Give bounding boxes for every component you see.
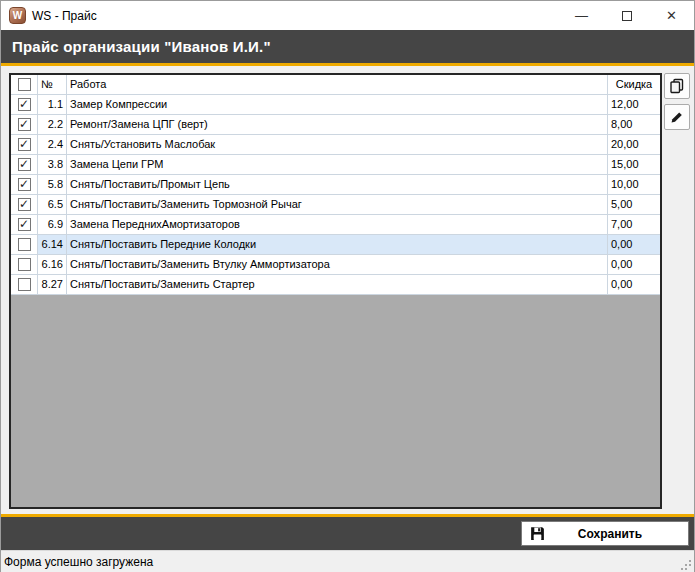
select-all-checkbox[interactable]	[18, 78, 31, 91]
row-checkbox-cell[interactable]: ✓	[11, 115, 38, 135]
row-number-cell: 1.1	[38, 95, 67, 115]
window-title: WS - Прайс	[32, 9, 97, 23]
row-discount-cell: 10,00	[608, 175, 660, 195]
save-button-label: Сохранить	[546, 527, 674, 541]
row-number-cell: 6.14	[38, 235, 67, 255]
row-checkbox[interactable]	[18, 278, 31, 291]
row-discount-cell: 12,00	[608, 95, 660, 115]
row-number-cell: 5.8	[38, 175, 67, 195]
minimize-button[interactable]: —	[559, 1, 604, 30]
row-number-cell: 6.16	[38, 255, 67, 275]
table-row[interactable]: ✓2.2Ремонт/Замена ЦПГ (верт)8,00	[11, 115, 660, 135]
row-checkbox[interactable]: ✓	[18, 158, 31, 171]
row-number-cell: 2.2	[38, 115, 67, 135]
row-checkbox[interactable]: ✓	[18, 198, 31, 211]
resize-grip-icon[interactable]	[689, 568, 691, 570]
status-bar: Форма успешно загружена	[1, 550, 694, 572]
table-row[interactable]: ✓5.8Снять/Поставить/Промыт Цепь10,00	[11, 175, 660, 195]
close-button[interactable]: ✕	[649, 1, 694, 30]
row-discount-cell: 0,00	[608, 275, 660, 295]
row-work-cell: Снять/Установить Маслобак	[67, 135, 608, 155]
pencil-icon	[669, 109, 685, 125]
row-discount-cell: 5,00	[608, 195, 660, 215]
row-work-cell: Снять/Поставить/Заменить Втулку Аммортиз…	[67, 255, 608, 275]
maximize-button[interactable]	[604, 1, 649, 30]
maximize-icon	[622, 11, 632, 21]
row-checkbox[interactable]	[18, 238, 31, 251]
row-checkbox-cell[interactable]	[11, 235, 38, 255]
row-checkbox-cell[interactable]: ✓	[11, 215, 38, 235]
row-work-cell: Снять/Поставить/Заменить Тормозной Рычаг	[67, 195, 608, 215]
bottom-bar: Сохранить	[1, 517, 694, 550]
edit-button[interactable]	[664, 104, 690, 130]
row-work-cell: Снять/Поставить Передние Колодки	[67, 235, 608, 255]
table-header-row: № Работа Скидка	[11, 75, 660, 95]
table-row[interactable]: ✓6.5Снять/Поставить/Заменить Тормозной Р…	[11, 195, 660, 215]
row-checkbox[interactable]: ✓	[18, 138, 31, 151]
row-checkbox-cell[interactable]	[11, 255, 38, 275]
row-number-cell: 6.5	[38, 195, 67, 215]
app-window: W WS - Прайс — ✕ Прайс организации "Иван…	[0, 0, 695, 572]
select-all-cell[interactable]	[11, 75, 38, 95]
row-checkbox-cell[interactable]: ✓	[11, 95, 38, 115]
row-discount-cell: 15,00	[608, 155, 660, 175]
table-row[interactable]: ✓6.9Замена ПереднихАмортизаторов7,00	[11, 215, 660, 235]
form-header: Прайс организации "Иванов И.И."	[1, 30, 694, 63]
column-header-number[interactable]: №	[38, 75, 67, 95]
row-discount-cell: 0,00	[608, 255, 660, 275]
column-header-discount[interactable]: Скидка	[608, 75, 660, 95]
row-number-cell: 3.8	[38, 155, 67, 175]
row-checkbox[interactable]: ✓	[18, 98, 31, 111]
row-checkbox[interactable]: ✓	[18, 118, 31, 131]
row-work-cell: Снять/Поставить/Промыт Цепь	[67, 175, 608, 195]
row-work-cell: Замер Компрессии	[67, 95, 608, 115]
content-area: № Работа Скидка ✓1.1Замер Компрессии12,0…	[1, 66, 694, 514]
row-discount-cell: 7,00	[608, 215, 660, 235]
row-work-cell: Замена ПереднихАмортизаторов	[67, 215, 608, 235]
row-checkbox[interactable]: ✓	[18, 218, 31, 231]
table-row[interactable]: ✓3.8Замена Цепи ГРМ15,00	[11, 155, 660, 175]
row-work-cell: Снять/Поставить/Заменить Стартер	[67, 275, 608, 295]
row-number-cell: 2.4	[38, 135, 67, 155]
row-discount-cell: 0,00	[608, 235, 660, 255]
table-row[interactable]: ✓1.1Замер Компрессии12,00	[11, 95, 660, 115]
table-row[interactable]: 6.16Снять/Поставить/Заменить Втулку Аммо…	[11, 255, 660, 275]
table-row[interactable]: 6.14Снять/Поставить Передние Колодки0,00	[11, 235, 660, 255]
column-header-work[interactable]: Работа	[67, 75, 608, 95]
status-text: Форма успешно загружена	[4, 555, 153, 569]
row-work-cell: Замена Цепи ГРМ	[67, 155, 608, 175]
row-checkbox-cell[interactable]: ✓	[11, 155, 38, 175]
floppy-icon	[529, 525, 546, 542]
table-row[interactable]: 8.27Снять/Поставить/Заменить Стартер0,00	[11, 275, 660, 295]
table-body: ✓1.1Замер Компрессии12,00✓2.2Ремонт/Заме…	[11, 95, 660, 295]
row-discount-cell: 8,00	[608, 115, 660, 135]
row-checkbox-cell[interactable]: ✓	[11, 175, 38, 195]
row-number-cell: 8.27	[38, 275, 67, 295]
row-discount-cell: 20,00	[608, 135, 660, 155]
title-bar: W WS - Прайс — ✕	[1, 1, 694, 30]
copy-button[interactable]	[664, 73, 690, 99]
row-checkbox-cell[interactable]	[11, 275, 38, 295]
page-title: Прайс организации "Иванов И.И."	[1, 38, 271, 55]
row-checkbox-cell[interactable]: ✓	[11, 195, 38, 215]
row-checkbox[interactable]	[18, 258, 31, 271]
save-button[interactable]: Сохранить	[521, 521, 689, 546]
price-table: № Работа Скидка ✓1.1Замер Компрессии12,0…	[9, 73, 662, 509]
row-checkbox[interactable]: ✓	[18, 178, 31, 191]
copy-icon	[669, 78, 685, 94]
app-logo-icon: W	[9, 7, 26, 24]
row-number-cell: 6.9	[38, 215, 67, 235]
table-row[interactable]: ✓2.4Снять/Установить Маслобак20,00	[11, 135, 660, 155]
row-checkbox-cell[interactable]: ✓	[11, 135, 38, 155]
row-work-cell: Ремонт/Замена ЦПГ (верт)	[67, 115, 608, 135]
